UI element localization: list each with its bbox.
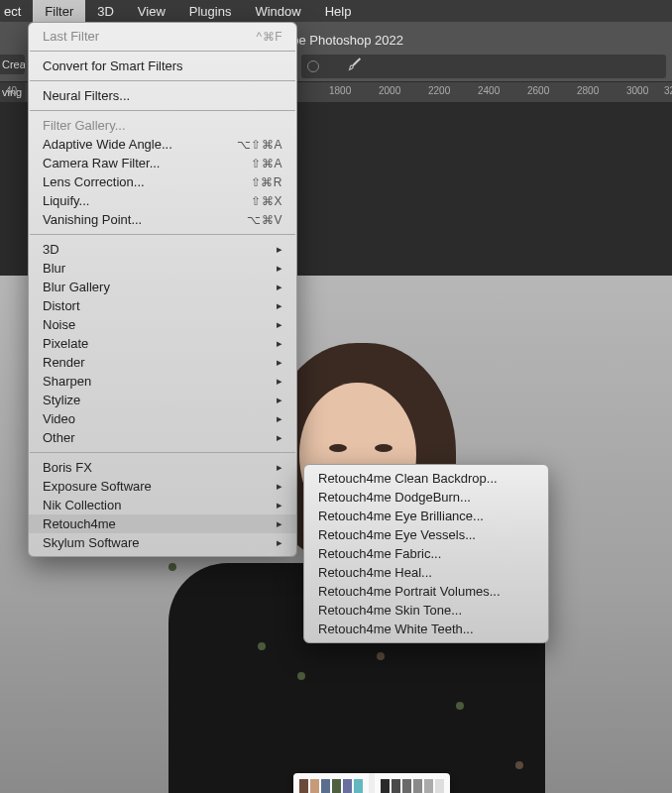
filter-menu-item[interactable]: Video▸ bbox=[29, 409, 296, 428]
menu-item-label: Retouch4me Skin Tone... bbox=[318, 603, 462, 618]
filter-menu-item[interactable]: Pixelate▸ bbox=[29, 334, 296, 353]
menubar-item-help[interactable]: Help bbox=[313, 0, 364, 22]
filter-menu-item[interactable]: Skylum Software▸ bbox=[29, 533, 296, 552]
menu-separator bbox=[30, 80, 295, 81]
swatch bbox=[435, 779, 444, 793]
submenu-item[interactable]: Retouch4me Eye Vessels... bbox=[304, 525, 548, 544]
filter-menu-item[interactable]: Blur▸ bbox=[29, 259, 296, 278]
filter-menu-item[interactable]: Neural Filters... bbox=[29, 86, 296, 105]
menubar-item-window[interactable]: Window bbox=[243, 0, 312, 22]
truncated-button-create[interactable]: Crea bbox=[0, 55, 25, 74]
filter-menu-item[interactable]: Blur Gallery▸ bbox=[29, 278, 296, 296]
menu-item-label: Stylize bbox=[43, 393, 80, 407]
ruler-tick: 2800 bbox=[577, 85, 599, 96]
menu-item-label: Blur bbox=[43, 261, 65, 276]
filter-menu-item[interactable]: Sharpen▸ bbox=[29, 372, 296, 391]
swatch bbox=[424, 779, 433, 793]
menu-item-label: Retouch4me White Teeth... bbox=[318, 622, 474, 636]
filter-menu-item[interactable]: Convert for Smart Filters bbox=[29, 57, 296, 75]
filter-menu-item[interactable]: Noise▸ bbox=[29, 315, 296, 334]
menu-item-label: Convert for Smart Filters bbox=[43, 58, 183, 73]
swatch bbox=[321, 779, 330, 793]
menu-item-shortcut: ⌥⇧⌘A bbox=[237, 138, 282, 152]
color-checker bbox=[293, 773, 450, 793]
filter-menu-item[interactable]: Stylize▸ bbox=[29, 391, 296, 409]
menu-item-label: Noise bbox=[43, 317, 75, 332]
menubar-item-view[interactable]: View bbox=[126, 0, 177, 22]
submenu-item[interactable]: Retouch4me Portrait Volumes... bbox=[304, 582, 548, 601]
chevron-right-icon: ▸ bbox=[277, 517, 282, 530]
filter-menu-item[interactable]: Lens Correction...⇧⌘R bbox=[29, 172, 296, 191]
option-dot-icon[interactable] bbox=[307, 60, 319, 72]
ruler-tick: 3200 bbox=[664, 85, 672, 96]
menu-item-label: Retouch4me DodgeBurn... bbox=[318, 490, 471, 505]
subject-eye bbox=[375, 444, 392, 452]
filter-menu: Last Filter^⌘FConvert for Smart FiltersN… bbox=[28, 22, 297, 557]
menu-item-shortcut: ⇧⌘R bbox=[251, 175, 282, 189]
chevron-right-icon: ▸ bbox=[277, 375, 282, 388]
menubar-item-filter[interactable]: Filter bbox=[33, 0, 85, 22]
chevron-right-icon: ▸ bbox=[277, 281, 282, 293]
chevron-right-icon: ▸ bbox=[277, 412, 282, 425]
chevron-right-icon: ▸ bbox=[277, 299, 282, 312]
filter-menu-item[interactable]: Retouch4me▸ bbox=[29, 514, 296, 533]
menu-item-label: 3D bbox=[43, 242, 59, 257]
swatch bbox=[354, 779, 363, 793]
swatch bbox=[332, 779, 341, 793]
menubar-item-select[interactable]: ect bbox=[0, 0, 33, 22]
chevron-right-icon: ▸ bbox=[277, 461, 282, 474]
submenu-item[interactable]: Retouch4me Heal... bbox=[304, 563, 548, 582]
menu-separator bbox=[30, 51, 295, 52]
menu-item-label: Liquify... bbox=[43, 193, 89, 208]
swatch bbox=[392, 779, 400, 793]
chevron-right-icon: ▸ bbox=[277, 480, 282, 493]
filter-menu-item[interactable]: Distort▸ bbox=[29, 296, 296, 315]
menubar-item-3d[interactable]: 3D bbox=[85, 0, 126, 22]
menu-item-label: Filter Gallery... bbox=[43, 118, 126, 133]
menu-item-label: Other bbox=[43, 430, 75, 445]
ruler-tick: 1800 bbox=[329, 85, 351, 96]
menu-item-label: Pixelate bbox=[43, 336, 88, 351]
filter-menu-item[interactable]: Vanishing Point...⌥⌘V bbox=[29, 210, 296, 229]
menu-item-label: Blur Gallery bbox=[43, 280, 110, 294]
filter-menu-item[interactable]: Render▸ bbox=[29, 353, 296, 372]
menu-item-label: Boris FX bbox=[43, 460, 92, 475]
chevron-right-icon: ▸ bbox=[277, 536, 282, 549]
menu-item-label: Vanishing Point... bbox=[43, 212, 142, 227]
menu-item-shortcut: ⌥⌘V bbox=[247, 213, 282, 227]
chevron-right-icon: ▸ bbox=[277, 318, 282, 331]
menu-item-label: Skylum Software bbox=[43, 535, 140, 550]
menu-item-label: Camera Raw Filter... bbox=[43, 156, 160, 170]
submenu-item[interactable]: Retouch4me White Teeth... bbox=[304, 620, 548, 638]
menu-item-label: Retouch4me Eye Brilliance... bbox=[318, 509, 484, 523]
menubar-item-plugins[interactable]: Plugins bbox=[177, 0, 244, 22]
filter-menu-item[interactable]: Other▸ bbox=[29, 428, 296, 447]
filter-menu-item[interactable]: Boris FX▸ bbox=[29, 458, 296, 477]
ruler-tick: 2200 bbox=[428, 85, 450, 96]
menu-item-label: Last Filter bbox=[43, 29, 99, 44]
menu-item-shortcut: ⇧⌘A bbox=[251, 157, 282, 170]
filter-menu-item[interactable]: Nik Collection▸ bbox=[29, 496, 296, 514]
menu-item-label: Retouch4me Eye Vessels... bbox=[318, 527, 476, 542]
brush-icon[interactable] bbox=[347, 57, 363, 76]
filter-menu-item[interactable]: Exposure Software▸ bbox=[29, 477, 296, 496]
submenu-item[interactable]: Retouch4me Skin Tone... bbox=[304, 601, 548, 620]
chevron-right-icon: ▸ bbox=[277, 262, 282, 275]
filter-menu-item[interactable]: 3D▸ bbox=[29, 240, 296, 259]
menu-item-label: Retouch4me Clean Backdrop... bbox=[318, 471, 498, 486]
swatch bbox=[299, 779, 308, 793]
filter-menu-item[interactable]: Liquify...⇧⌘X bbox=[29, 191, 296, 210]
menu-separator bbox=[30, 452, 295, 453]
submenu-item[interactable]: Retouch4me Fabric... bbox=[304, 544, 548, 563]
menu-item-label: Retouch4me Heal... bbox=[318, 565, 432, 580]
filter-menu-item[interactable]: Adaptive Wide Angle...⌥⇧⌘A bbox=[29, 135, 296, 154]
menu-item-label: Render bbox=[43, 355, 85, 370]
menu-item-label: Video bbox=[43, 411, 75, 426]
submenu-item[interactable]: Retouch4me Clean Backdrop... bbox=[304, 469, 548, 488]
ruler-tick: 40 bbox=[6, 85, 17, 96]
options-strip bbox=[301, 55, 666, 78]
chevron-right-icon: ▸ bbox=[277, 243, 282, 256]
filter-menu-item[interactable]: Camera Raw Filter...⇧⌘A bbox=[29, 154, 296, 172]
submenu-item[interactable]: Retouch4me DodgeBurn... bbox=[304, 488, 548, 507]
submenu-item[interactable]: Retouch4me Eye Brilliance... bbox=[304, 507, 548, 525]
